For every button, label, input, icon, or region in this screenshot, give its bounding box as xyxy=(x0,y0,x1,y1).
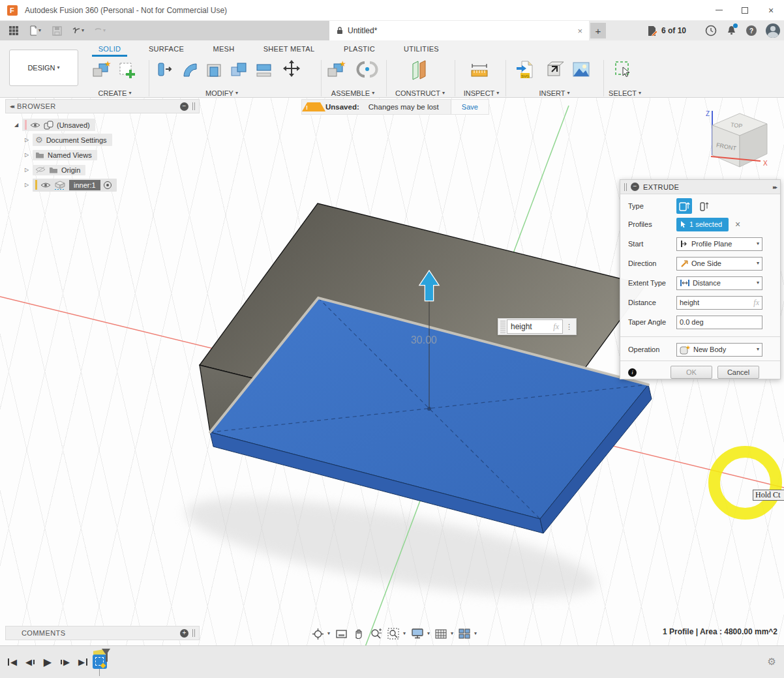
visibility-off-icon[interactable] xyxy=(35,166,46,173)
help-icon[interactable]: ? xyxy=(746,25,757,36)
file-menu-icon[interactable]: ▾ xyxy=(29,25,41,37)
grid-settings-icon[interactable]: ▾ xyxy=(435,628,453,640)
view-cube[interactable]: TOP FRONT Z X xyxy=(702,106,781,177)
dialog-collapse-icon[interactable]: − xyxy=(631,183,639,191)
tab-mesh[interactable]: MESH xyxy=(205,43,242,55)
select-group-label[interactable]: SELECT▾ xyxy=(600,89,650,98)
browser-row-origin[interactable]: ▷ Origin xyxy=(23,162,200,177)
timeline-sketch-feature[interactable] xyxy=(93,649,115,676)
offset-face-icon[interactable] xyxy=(253,59,275,81)
comments-header[interactable]: COMMENTS + xyxy=(5,626,200,640)
new-tab-button[interactable]: + xyxy=(590,23,606,38)
timeline-go-to-end-button[interactable]: ▶ xyxy=(76,656,90,669)
browser-row-doc-settings[interactable]: ▷ ⚙ Document Settings xyxy=(23,132,200,147)
extrude-type-thin-button[interactable] xyxy=(696,198,712,214)
create-group-label[interactable]: CREATE▾ xyxy=(85,89,145,98)
notifications-icon[interactable] xyxy=(726,25,737,37)
look-at-icon[interactable] xyxy=(335,628,348,640)
save-icon[interactable] xyxy=(51,25,63,37)
document-tab[interactable]: Untitled* × xyxy=(329,21,589,40)
activate-component-radio[interactable] xyxy=(104,181,112,189)
browser-row-named-views[interactable]: ▷ Named Views xyxy=(23,147,200,162)
visibility-eye-icon[interactable] xyxy=(40,182,51,188)
new-body-icon[interactable]: ★ xyxy=(90,59,112,81)
expander-icon[interactable]: ▷ xyxy=(23,167,30,173)
ok-button[interactable]: OK xyxy=(671,366,712,379)
distance-input[interactable]: heightfx xyxy=(676,296,762,310)
select-icon[interactable] xyxy=(612,59,634,81)
redo-icon[interactable]: ▾ xyxy=(94,25,106,37)
construct-plane-icon[interactable] xyxy=(408,59,430,81)
height-input[interactable]: heightfx xyxy=(507,319,563,334)
tab-close-icon[interactable]: × xyxy=(577,26,582,36)
browser-row-inner1[interactable]: ▷ inner:1 xyxy=(23,177,200,192)
start-dropdown[interactable]: Profile Plane▾ xyxy=(676,237,762,251)
expander-icon[interactable]: ◢ xyxy=(13,122,20,128)
info-icon[interactable]: i xyxy=(628,368,637,377)
design-workspace-button[interactable]: DESIGN▾ xyxy=(9,50,78,86)
timeline-step-back-button[interactable]: ◀ xyxy=(23,656,37,669)
joint-icon[interactable] xyxy=(356,59,378,81)
display-settings-icon[interactable]: ▾ xyxy=(411,628,430,640)
selected-item-label[interactable]: inner:1 xyxy=(69,180,100,190)
tab-solid[interactable]: SOLID xyxy=(91,43,128,55)
fillet-icon[interactable] xyxy=(179,59,201,81)
zoom-icon[interactable] xyxy=(370,628,382,640)
root-label[interactable]: (Unsaved) xyxy=(57,121,90,129)
add-comment-icon[interactable]: + xyxy=(180,629,188,638)
pan-hand-icon[interactable] xyxy=(353,628,365,640)
expander-icon[interactable]: ▷ xyxy=(23,182,30,188)
expander-icon[interactable]: ▷ xyxy=(23,137,30,143)
visibility-eye-icon[interactable] xyxy=(30,122,40,128)
timeline-go-to-start-button[interactable]: ◀ xyxy=(5,656,20,669)
canvas-image-icon[interactable] xyxy=(570,59,592,81)
construct-group-label[interactable]: CONSTRUCT▾ xyxy=(391,89,449,98)
browser-row-root[interactable]: ◢ (Unsaved) xyxy=(13,117,200,132)
insert-mesh-icon[interactable] xyxy=(543,59,565,81)
user-avatar[interactable] xyxy=(766,23,780,38)
profiles-selected-button[interactable]: 1 selected xyxy=(676,218,729,231)
expander-icon[interactable]: ▷ xyxy=(23,152,30,158)
cancel-button[interactable]: Cancel xyxy=(717,366,759,379)
viewport-canvas[interactable]: 30.00 TOP FRONT Z X ◂◂ BROWSER − ◢ (Unsa… xyxy=(0,98,784,645)
assemble-group-label[interactable]: ASSEMBLE▾ xyxy=(322,89,384,98)
comments-grip[interactable] xyxy=(192,629,195,637)
drag-handle[interactable] xyxy=(500,320,505,333)
modify-group-label[interactable]: MODIFY▾ xyxy=(192,89,252,98)
close-button[interactable]: × xyxy=(758,1,784,20)
move-icon[interactable] xyxy=(280,59,303,81)
dialog-header[interactable]: − EXTRUDE ▸▸ xyxy=(620,180,780,194)
taper-angle-input[interactable]: 0.0 deg xyxy=(676,316,762,329)
dialog-grip[interactable] xyxy=(624,183,627,191)
create-sketch-icon[interactable] xyxy=(116,59,138,81)
collapse-panel-icon[interactable]: ◂◂ xyxy=(10,103,13,110)
maximize-button[interactable] xyxy=(732,1,758,20)
clear-selection-icon[interactable]: × xyxy=(735,219,740,229)
direction-dropdown[interactable]: One Side▾ xyxy=(676,257,762,271)
measure-icon[interactable] xyxy=(468,59,490,81)
dialog-detach-icon[interactable]: ▸▸ xyxy=(773,184,776,190)
tab-plastic[interactable]: PLASTIC xyxy=(336,43,383,55)
press-pull-icon[interactable] xyxy=(154,59,176,81)
tab-utilities[interactable]: UTILITIES xyxy=(398,43,445,55)
orbit-icon[interactable]: ▾ xyxy=(312,628,330,640)
insert-group-label[interactable]: INSERT▾ xyxy=(530,89,579,98)
insert-svg-icon[interactable]: SVG xyxy=(515,59,537,81)
timeline-play-button[interactable]: ▶ xyxy=(40,656,55,669)
job-status-icon[interactable] xyxy=(705,25,717,37)
operation-dropdown[interactable]: ★ New Body▾ xyxy=(676,343,762,357)
shell-icon[interactable] xyxy=(204,59,226,81)
timeline-step-forward-button[interactable]: ▶ xyxy=(58,656,72,669)
document-counter[interactable]: 6 of 10 xyxy=(647,21,686,40)
more-options-icon[interactable]: ⋮ xyxy=(563,323,575,331)
extrude-type-solid-button[interactable] xyxy=(676,198,692,214)
tab-surface[interactable]: SURFACE xyxy=(140,43,192,55)
undo-icon[interactable]: ▾ xyxy=(72,25,84,37)
new-component-icon[interactable]: ★ xyxy=(325,59,347,81)
app-launcher-icon[interactable] xyxy=(8,25,20,37)
tab-sheet-metal[interactable]: SHEET METAL xyxy=(258,43,320,55)
viewports-icon[interactable]: ▾ xyxy=(459,628,477,640)
extent-type-dropdown[interactable]: Distance▾ xyxy=(676,276,762,290)
combine-icon[interactable] xyxy=(228,59,250,81)
inspect-group-label[interactable]: INSPECT▾ xyxy=(457,89,506,98)
